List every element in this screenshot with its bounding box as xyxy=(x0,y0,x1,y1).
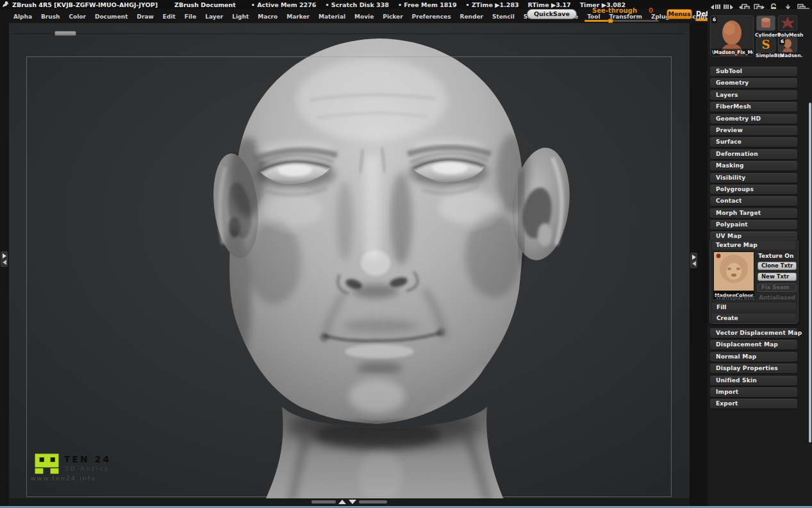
stat-rtime: RTime ▶3.17 xyxy=(528,1,571,8)
ten24-watermark: TEN 24 3D Antics www.ten24.info xyxy=(31,452,120,485)
section-geometry-hd[interactable]: Geometry HD xyxy=(710,114,797,124)
section-morph-target[interactable]: Morph Target xyxy=(710,208,797,218)
section-fibermesh[interactable]: FiberMesh xyxy=(710,102,797,112)
section-contact[interactable]: Contact xyxy=(710,196,797,206)
section-visibility[interactable]: Visibility xyxy=(710,173,797,183)
antialiased-toggle: Antialiased xyxy=(759,294,795,301)
menu-brush[interactable]: Brush xyxy=(37,11,64,22)
section-vector-displacement-map[interactable]: Vector Displacement Map xyxy=(710,328,797,338)
menus-button[interactable]: Menus xyxy=(667,9,692,19)
recent-tool-simplebrush[interactable]: S xyxy=(756,37,775,53)
section-displacement-map[interactable]: Displacement Map xyxy=(710,340,797,350)
ten24-tagline: 3D Antics xyxy=(65,466,110,472)
left-divider-handle[interactable] xyxy=(1,251,8,267)
ten24-name: TEN 24 xyxy=(64,454,111,464)
tray-divider-handle[interactable] xyxy=(690,253,697,268)
subtool-count-badge: 6 xyxy=(779,38,785,45)
menu-alpha[interactable]: Alpha xyxy=(9,11,37,22)
menu-macro[interactable]: Macro xyxy=(253,11,282,22)
recent-tool-madsen[interactable]: 6 xyxy=(778,37,797,53)
active-tool-label: \Madsen_Fix_Mor xyxy=(711,49,753,56)
divider-arrow-right-icon xyxy=(692,255,696,260)
menu-material[interactable]: Material xyxy=(314,11,350,22)
stat-free-mem: • Free Mem 1819 xyxy=(398,1,457,8)
canvas-bottom-divider[interactable] xyxy=(9,498,690,505)
section-normal-map[interactable]: Normal Map xyxy=(710,352,797,362)
section-subtool[interactable]: SubTool xyxy=(710,67,797,76)
ten24-url: www.ten24.info xyxy=(31,475,96,482)
titlebar: ZBrush 4R5 [KVJB-ZGFW-IMUO-AHGJ-JYOP] ZB… xyxy=(0,0,812,9)
quicksave-button[interactable]: QuickSave xyxy=(527,9,577,19)
section-unified-skin[interactable]: Unified Skin xyxy=(710,376,797,385)
menubar: Alpha Brush Color Document Draw Edit Fil… xyxy=(9,10,522,23)
menu-color[interactable]: Color xyxy=(64,11,90,22)
section-display-properties[interactable]: Display Properties xyxy=(710,364,797,373)
menu-picker[interactable]: Picker xyxy=(378,11,407,22)
svg-text:S: S xyxy=(762,38,770,51)
see-through-slider-knob[interactable] xyxy=(608,19,613,23)
sculpt-head-render xyxy=(9,23,690,505)
divider-arrow-left-icon xyxy=(3,260,6,265)
tool-palette-tray: 6 \Madsen_Fix_Mor Cylinder3 PolyMesh S S… xyxy=(708,9,812,508)
active-tool-thumbnail[interactable]: 6 \Madsen_Fix_Mor xyxy=(710,15,754,56)
menu-layer[interactable]: Layer xyxy=(201,11,228,22)
zbrush-window: ZBrush 4R5 [KVJB-ZGFW-IMUO-AHGJ-JYOP] ZB… xyxy=(0,0,812,508)
stat-scratch-disk: • Scratch Disk 338 xyxy=(325,1,388,8)
menu-file[interactable]: File xyxy=(180,11,201,22)
menu-stencil[interactable]: Stencil xyxy=(488,11,519,22)
see-through-value: 0 xyxy=(649,7,653,14)
menu-movie[interactable]: Movie xyxy=(350,11,378,22)
subtool-count-badge: 6 xyxy=(711,17,717,23)
section-texture-map[interactable]: Texture Map xyxy=(712,241,796,250)
stat-ztime: • ZTime ▶1.283 xyxy=(466,1,519,8)
section-geometry[interactable]: Geometry xyxy=(710,78,797,88)
divider-bar xyxy=(311,500,336,504)
section-fill[interactable]: Fill xyxy=(712,303,796,312)
section-import[interactable]: Import xyxy=(710,387,797,397)
window-title: ZBrush 4R5 [KVJB-ZGFW-IMUO-AHGJ-JYOP] xyxy=(12,1,158,8)
menu-light[interactable]: Light xyxy=(228,11,253,22)
section-preview[interactable]: Preview xyxy=(710,126,797,135)
divider-arrow-down-icon xyxy=(349,500,356,504)
tool-subpalette-list-top: SubTool Geometry Layers FiberMesh Geomet… xyxy=(710,67,797,244)
texture-map-panel: Texture Map MadsenColour Texture On Clon… xyxy=(709,239,799,324)
document-canvas[interactable]: TEN 24 3D Antics www.ten24.info xyxy=(9,23,690,505)
left-tray-strip xyxy=(0,23,9,508)
section-masking[interactable]: Masking xyxy=(710,161,797,171)
document-title: ZBrush Document xyxy=(174,1,236,8)
menu-render[interactable]: Render xyxy=(456,11,488,22)
new-texture-button[interactable]: New Txtr xyxy=(758,273,797,281)
recent-tool-polymesh[interactable] xyxy=(778,15,797,31)
menu-draw[interactable]: Draw xyxy=(133,11,158,22)
menu-edit[interactable]: Edit xyxy=(158,11,180,22)
tray-scrollbar[interactable] xyxy=(809,103,811,443)
menu-preferences[interactable]: Preferences xyxy=(408,11,456,22)
section-polygroups[interactable]: Polygroups xyxy=(710,185,797,194)
divider-arrow-left-icon xyxy=(692,261,696,266)
stat-active-mem: • Active Mem 2276 xyxy=(251,1,317,8)
section-create[interactable]: Create xyxy=(712,314,796,323)
section-deformation[interactable]: Deformation xyxy=(710,149,797,159)
divider-arrow-right-icon xyxy=(3,253,6,258)
section-surface[interactable]: Surface xyxy=(710,137,797,147)
divider-bar xyxy=(359,500,387,504)
section-polypaint[interactable]: Polypaint xyxy=(710,220,797,230)
canvas-tray-divider xyxy=(690,23,708,508)
tool-subpalette-list-bottom: Vector Displacement Map Displacement Map… xyxy=(710,328,797,411)
transparent-toggle: Transparent xyxy=(715,294,754,301)
recent-tool-label: \Madsen. xyxy=(778,53,802,58)
canvas-top-slider-knob[interactable] xyxy=(54,31,76,36)
recent-tool-cylinder[interactable] xyxy=(756,15,775,31)
menu-marker[interactable]: Marker xyxy=(282,11,314,22)
canvas-top-groove xyxy=(12,33,686,34)
section-layers[interactable]: Layers xyxy=(710,90,797,100)
divider-arrow-up-icon xyxy=(338,500,346,504)
see-through-label: See-through xyxy=(592,7,637,14)
texture-on-label[interactable]: Texture On xyxy=(758,253,793,259)
zbrush-logo-icon xyxy=(2,1,9,9)
texture-thumbnail[interactable]: MadsenColour xyxy=(713,251,754,299)
menu-document[interactable]: Document xyxy=(90,11,133,22)
clone-texture-button[interactable]: Clone Txtr xyxy=(758,262,797,270)
section-export[interactable]: Export xyxy=(710,399,797,409)
fix-seam-button: Fix Seam xyxy=(758,284,797,292)
